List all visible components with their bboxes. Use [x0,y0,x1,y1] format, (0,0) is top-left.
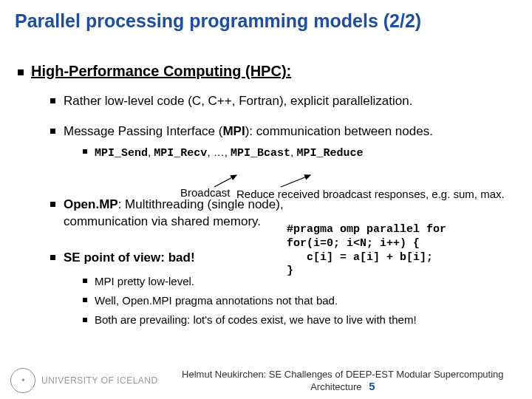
openmp-code-block: #pragma omp parallel for for(i=0; i<N; i… [287,223,446,279]
slide-content: High-Performance Computing (HPC): Rather… [0,39,532,328]
code-ellipsis: , …, [207,146,231,158]
openmp-name: Open.MP [64,197,118,211]
code-mpi-bcast: MPI_Bcast [231,147,290,160]
annotation-broadcast: Broadcast [180,186,231,199]
footer-citation: Helmut Neukirchen: SE Challenges of DEEP… [164,369,522,392]
mpi-abbr: MPI [222,124,245,138]
bullet-low-level: Rather low-level code (C, C++, Fortran),… [50,93,522,110]
mpi-text-prefix: Message Passing Interface ( [64,124,222,138]
se-bad-text: SE point of view: bad! [64,250,195,265]
mpi-codes: MPI_Send, MPI_Recv, …, MPI_Bcast, MPI_Re… [83,145,522,161]
mpi-text-suffix: ): communication between nodes. [245,124,433,138]
code-mpi-recv: MPI_Recv [154,147,207,160]
code-mpi-send: MPI_Send [95,147,148,160]
code-mpi-reduce: MPI_Reduce [296,147,363,160]
footer: ✦ UNIVERSITY OF ICELAND Helmut Neukirche… [0,368,532,393]
bullet-se-bad: SE point of view: bad! MPI pretty low-le… [50,250,522,328]
footer-citation-text: Helmut Neukirchen: SE Challenges of DEEP… [182,369,503,392]
sub-openmpi-notbad: Well, Open.MPI pragma annotations not th… [83,293,522,308]
university-name: UNIVERSITY OF ICELAND [41,375,158,386]
university-seal-icon: ✦ [10,368,35,393]
section-heading-text: High-Performance Computing (HPC): [31,63,291,79]
openmp-rest2: communication via shared memory. [64,214,261,228]
bullet-openmp: Open.MP: Multithreading (single node), c… [50,197,522,231]
slide-title: Parallel processing programming models (… [0,0,532,39]
sub-prevailing: Both are prevailing: lot's of codes exis… [83,313,522,327]
bullet-mpi: Message Passing Interface (MPI): communi… [50,123,522,161]
annotation-reduce: Reduce received broadcast responses, e.g… [236,188,505,200]
page-number: 5 [369,380,375,392]
